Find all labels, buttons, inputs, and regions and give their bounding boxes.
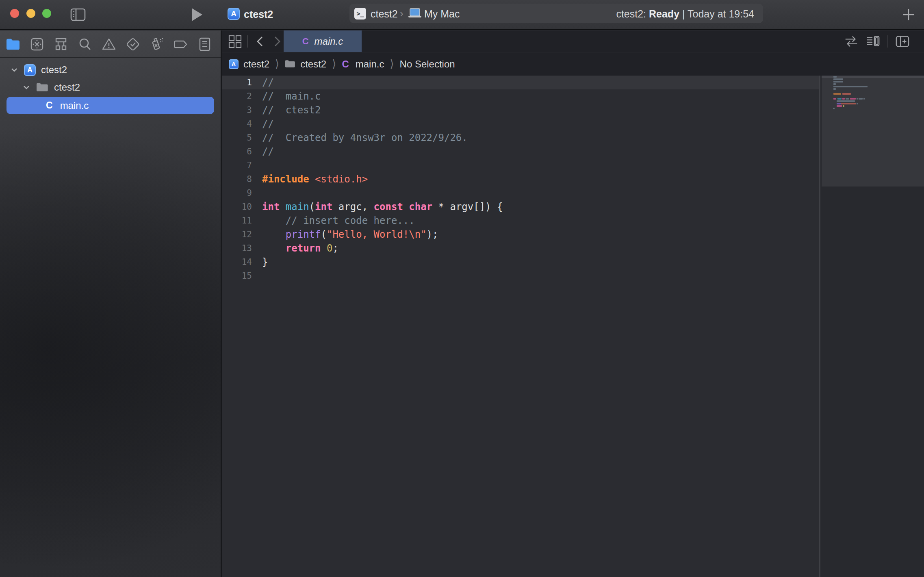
code-line[interactable]: 5// Created by 4nsw3r on 2022/9/26. <box>222 131 819 145</box>
code-text: // <box>252 145 274 158</box>
code-line[interactable]: 2// main.c <box>222 89 819 103</box>
library-add-icon[interactable] <box>901 7 916 22</box>
go-forward-icon[interactable] <box>269 34 284 49</box>
folder-icon <box>36 82 48 92</box>
minimap-line-bar <box>833 98 836 100</box>
debug-navigator-icon[interactable] <box>149 36 165 52</box>
find-navigator-icon[interactable] <box>77 36 93 52</box>
minimap-line-bar <box>842 98 845 100</box>
code-text: // <box>252 117 274 131</box>
code-line[interactable]: 12 printf("Hello, World!\n"); <box>222 228 819 241</box>
navigator-sidebar: A ctest2 ctest2 C main.c <box>0 30 221 577</box>
line-number[interactable]: 14 <box>222 255 252 269</box>
toolbar: A ctest2 >_ ctest2 › My Mac ctest2: Read… <box>0 0 924 30</box>
tree-item-label: ctest2 <box>54 82 80 93</box>
window-title: ctest2 <box>244 9 273 20</box>
code-line[interactable]: 4// <box>222 117 819 131</box>
chevron-right-icon: › <box>400 7 403 20</box>
issue-navigator-icon[interactable] <box>101 36 117 52</box>
add-editor-icon[interactable] <box>895 34 910 49</box>
chevron-down-icon[interactable] <box>22 83 30 91</box>
code-line[interactable]: 6// <box>222 145 819 158</box>
code-review-icon[interactable] <box>844 34 859 49</box>
run-button[interactable] <box>192 8 202 21</box>
minimize-window-button[interactable] <box>26 9 35 18</box>
chevron-right-icon: ⟩ <box>275 58 279 70</box>
minimap-line-bar <box>833 83 836 85</box>
go-back-icon[interactable] <box>253 34 268 49</box>
breadcrumb-item-project[interactable]: ctest2 <box>243 59 269 70</box>
line-number[interactable]: 11 <box>222 214 252 228</box>
scheme-target-button[interactable]: ctest2 <box>371 8 398 20</box>
project-app-icon: A <box>24 64 36 76</box>
line-number[interactable]: 1 <box>222 76 252 89</box>
code-line[interactable]: 3// ctest2 <box>222 103 819 117</box>
editor-grid-icon[interactable] <box>228 34 243 49</box>
minimap-line-bar <box>833 88 836 90</box>
code-line[interactable]: 14} <box>222 255 819 269</box>
breadcrumb-item-file[interactable]: main.c <box>356 59 384 70</box>
minimap-line-bar <box>833 76 837 78</box>
line-number[interactable]: 2 <box>222 89 252 103</box>
line-number[interactable]: 8 <box>222 172 252 186</box>
minimap-line-bar <box>841 103 856 104</box>
line-number[interactable]: 12 <box>222 228 252 241</box>
breadcrumb-item-group[interactable]: ctest2 <box>300 59 326 70</box>
tree-item-selected-file[interactable]: C main.c <box>7 97 214 114</box>
tab-bar: C main.c <box>222 30 924 52</box>
terminal-target-icon: >_ <box>354 8 366 20</box>
code-line[interactable]: 7 <box>222 158 819 172</box>
code-line[interactable]: 1// <box>222 76 819 89</box>
minimap-line-bar <box>863 98 865 100</box>
line-number[interactable]: 10 <box>222 200 252 214</box>
code-text: #include <stdio.h> <box>252 172 368 186</box>
tab-label: main.c <box>315 36 343 47</box>
source-control-navigator-icon[interactable] <box>29 36 45 52</box>
tab-main-c[interactable]: C main.c <box>284 30 362 52</box>
line-number[interactable]: 7 <box>222 158 252 172</box>
line-number[interactable]: 9 <box>222 186 252 200</box>
close-window-button[interactable] <box>10 9 19 18</box>
code-line[interactable]: 10int main(int argc, const char * argv[]… <box>222 200 819 214</box>
line-number[interactable]: 5 <box>222 131 252 145</box>
tree-item-group[interactable]: ctest2 <box>22 78 80 96</box>
minimap-line-bar <box>837 98 842 100</box>
minimap-line-bar <box>843 105 844 107</box>
symbol-navigator-icon[interactable] <box>53 36 69 52</box>
line-number[interactable]: 13 <box>222 241 252 255</box>
scheme-and-activity-bar: >_ ctest2 › My Mac ctest2: Ready | Today… <box>349 4 763 23</box>
line-number[interactable]: 4 <box>222 117 252 131</box>
code-line[interactable]: 15 <box>222 269 819 283</box>
project-navigator-icon[interactable] <box>5 36 21 52</box>
source-editor[interactable]: 1//2// main.c3// ctest24//5// Created by… <box>222 76 819 577</box>
zoom-window-button[interactable] <box>42 9 51 18</box>
code-text: int main(int argc, const char * argv[]) … <box>252 200 503 214</box>
breadcrumb-item-selection[interactable]: No Selection <box>400 59 455 70</box>
c-file-icon: C <box>46 100 53 111</box>
line-number[interactable]: 15 <box>222 269 252 283</box>
run-destination-button[interactable]: My Mac <box>424 8 460 20</box>
code-line[interactable]: 13 return 0; <box>222 241 819 255</box>
toggle-navigator-icon[interactable] <box>70 7 86 23</box>
breakpoint-navigator-icon[interactable] <box>173 36 189 52</box>
minimap-line-bar <box>857 98 858 100</box>
chevron-right-icon: ⟩ <box>332 58 336 70</box>
code-line[interactable]: 11 // insert code here... <box>222 214 819 228</box>
code-line[interactable]: 8#include <stdio.h> <box>222 172 819 186</box>
tree-item-project[interactable]: A ctest2 <box>10 61 67 79</box>
minimap[interactable] <box>819 76 924 577</box>
minimap-line-bar <box>833 93 841 95</box>
test-navigator-icon[interactable] <box>125 36 141 52</box>
code-text: // insert code here... <box>252 214 415 228</box>
chevron-right-icon: ⟩ <box>390 58 394 70</box>
line-number[interactable]: 6 <box>222 145 252 158</box>
project-app-icon: A <box>228 8 240 20</box>
editor-options-icon[interactable] <box>865 34 881 49</box>
chevron-down-icon[interactable] <box>10 66 18 74</box>
code-text: // <box>252 76 274 89</box>
code-text <box>252 269 262 283</box>
line-number[interactable]: 3 <box>222 103 252 117</box>
report-navigator-icon[interactable] <box>197 36 213 52</box>
code-text: // Created by 4nsw3r on 2022/9/26. <box>252 131 468 145</box>
code-line[interactable]: 9 <box>222 186 819 200</box>
